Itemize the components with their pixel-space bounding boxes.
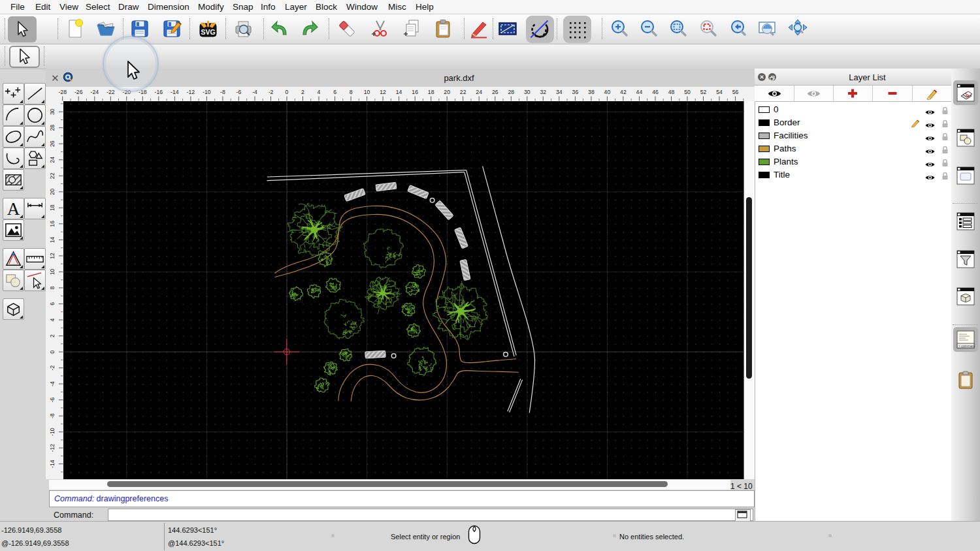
svg-text:18: 18	[428, 89, 434, 95]
svg-text:28: 28	[49, 125, 56, 131]
svg-text:26: 26	[49, 140, 56, 147]
svg-text:10: 10	[49, 268, 56, 275]
svg-text:-8: -8	[220, 89, 225, 95]
svg-text:10: 10	[364, 89, 370, 95]
svg-text:-26: -26	[74, 89, 83, 95]
svg-text:30: 30	[49, 108, 56, 115]
svg-text:20: 20	[49, 189, 56, 195]
svg-text:16: 16	[49, 221, 56, 227]
svg-text:-16: -16	[155, 89, 163, 95]
svg-text:-22: -22	[106, 89, 115, 95]
svg-text:22: 22	[460, 89, 466, 95]
svg-text:-2: -2	[49, 365, 56, 370]
svg-text:-4: -4	[252, 89, 257, 95]
svg-text:> command: > command	[958, 344, 975, 348]
svg-text:-10: -10	[49, 428, 56, 436]
svg-text:20: 20	[444, 89, 450, 95]
svg-text:28: 28	[508, 89, 514, 95]
svg-text:38: 38	[588, 89, 595, 95]
svg-text:34: 34	[556, 89, 563, 95]
svg-text:-6: -6	[237, 89, 242, 95]
svg-text:24: 24	[476, 89, 482, 95]
svg-text:22: 22	[49, 172, 56, 179]
svg-text:0: 0	[286, 89, 289, 95]
svg-text:8: 8	[350, 89, 353, 95]
svg-text:0: 0	[49, 350, 56, 353]
svg-text:8: 8	[49, 286, 56, 289]
svg-text:-12: -12	[49, 444, 56, 452]
svg-text:12: 12	[380, 89, 386, 95]
svg-text:4: 4	[49, 318, 56, 321]
svg-text:-6: -6	[49, 398, 56, 403]
svg-text:16: 16	[412, 89, 418, 95]
svg-text:-2: -2	[269, 89, 274, 95]
svg-text:24: 24	[49, 157, 56, 163]
svg-text:6: 6	[49, 302, 56, 306]
svg-text:-14: -14	[49, 460, 56, 468]
svg-text:36: 36	[572, 89, 579, 95]
svg-text:12: 12	[49, 253, 56, 259]
svg-text:52: 52	[700, 89, 707, 95]
svg-text:-24: -24	[91, 89, 99, 95]
svg-text:46: 46	[652, 89, 659, 95]
svg-text:56: 56	[732, 89, 739, 95]
svg-text:4: 4	[318, 89, 321, 95]
svg-text:42: 42	[620, 89, 627, 95]
svg-text:-12: -12	[187, 89, 195, 95]
svg-text:2: 2	[301, 89, 304, 95]
svg-text:-4: -4	[49, 381, 56, 386]
svg-text:-10: -10	[203, 89, 211, 95]
svg-text:-8: -8	[49, 413, 56, 418]
svg-text:44: 44	[636, 89, 643, 95]
svg-text:18: 18	[49, 204, 56, 211]
svg-text:48: 48	[668, 89, 675, 95]
svg-text:54: 54	[716, 89, 723, 95]
svg-text:14: 14	[49, 236, 56, 243]
svg-text:-28: -28	[58, 89, 67, 95]
svg-text:14: 14	[396, 89, 402, 95]
svg-text:32: 32	[540, 89, 546, 95]
svg-text:26: 26	[492, 89, 498, 95]
svg-text:40: 40	[604, 89, 611, 95]
svg-text:50: 50	[684, 89, 691, 95]
svg-text:2: 2	[49, 334, 56, 338]
svg-text:6: 6	[333, 89, 336, 95]
svg-text:30: 30	[524, 89, 531, 95]
svg-text:-14: -14	[171, 89, 179, 95]
